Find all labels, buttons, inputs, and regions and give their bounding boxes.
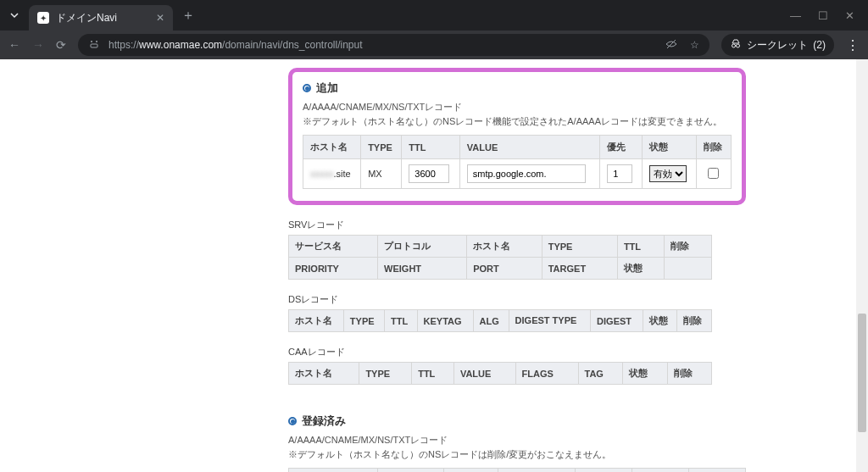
reg-h-status: 状態 [632,469,689,473]
cell-type: MX [361,159,402,189]
radio-selected-icon[interactable] [288,417,297,425]
svg-point-5 [737,44,740,47]
header-host: ホスト名 [303,136,361,159]
window-maximize-button[interactable]: ☐ [818,9,828,22]
browser-toolbar: ← → ⟳ https://www.onamae.com/domain/navi… [0,31,868,59]
srv-h-weight: WEIGHT [378,258,467,280]
srv-h-ttl: TTL [617,236,665,258]
header-ttl: TTL [402,136,459,159]
cell-priority [600,159,643,189]
address-bar[interactable]: https://www.onamae.com/domain/navi/dns_c… [78,34,709,56]
header-priority: 優先 [600,136,643,159]
srv-table: サービス名 プロトコル ホスト名 TYPE TTL 削除 PRIORITY WE… [288,235,712,280]
header-status: 状態 [642,136,696,159]
priority-input[interactable] [607,164,632,183]
ttl-input[interactable] [409,164,449,183]
srv-h-port: PORT [467,258,542,280]
reg-h-priority: 優先 [576,469,632,473]
cell-delete [696,159,731,189]
svg-point-4 [732,44,736,47]
table-row: xxxxx.site MX 有効 [303,159,732,189]
nav-back-button[interactable]: ← [8,38,20,52]
srv-h-empty [665,258,712,280]
ds-h-digesttype: DIGEST TYPE [509,310,590,332]
incognito-label: シークレット [747,38,808,53]
srv-label: SRVレコード [288,219,746,231]
cell-host: xxxxx.site [303,159,361,189]
main-content: 追加 A/AAAA/CNAME/MX/NS/TXTレコード ※デフォルト（ホスト… [288,68,746,472]
ds-h-keytag: KEYTAG [417,310,473,332]
value-input[interactable] [467,164,586,183]
ds-h-alg: ALG [473,310,509,332]
incognito-icon [730,38,742,53]
table-header-row: ホスト名 TYPE TTL VALUE 優先 状態 削除 [289,469,746,473]
page-viewport: 追加 A/AAAA/CNAME/MX/NS/TXTレコード ※デフォルト（ホスト… [0,59,868,472]
window-close-button[interactable]: ✕ [845,9,854,22]
ds-label: DSレコード [288,293,746,306]
caa-h-type: TYPE [359,363,412,385]
svg-point-0 [91,41,92,42]
incognito-count: (2) [813,39,826,51]
incognito-badge[interactable]: シークレット (2) [721,34,834,56]
caa-h-ttl: TTL [412,363,454,385]
url-text: https://www.onamae.com/domain/navi/dns_c… [108,39,363,51]
delete-checkbox[interactable] [708,168,719,179]
tab-close-button[interactable]: ✕ [156,12,164,24]
new-tab-button[interactable]: ＋ [181,7,195,25]
browser-tab[interactable]: ✦ ドメインNavi ✕ [29,5,173,31]
caa-label: CAAレコード [288,346,746,358]
reg-h-delete: 削除 [689,469,746,473]
ds-h-type: TYPE [343,310,384,332]
add-section-title: 追加 [316,81,338,96]
srv-h-type: TYPE [542,236,617,258]
add-record-table: ホスト名 TYPE TTL VALUE 優先 状態 削除 xxxxx.site … [303,135,732,189]
window-minimize-button[interactable]: ― [790,9,801,22]
scrollbar-thumb[interactable] [858,314,866,432]
reg-h-host: ホスト名 [289,469,378,473]
caa-h-delete: 削除 [667,363,711,385]
reg-h-value: VALUE [498,469,576,473]
ds-h-host: ホスト名 [289,310,344,332]
tab-search-button[interactable] [5,6,24,25]
ds-h-delete: 削除 [677,310,712,332]
srv-h-priority: PRIORITY [289,258,378,280]
cell-status: 有効 [642,159,696,189]
srv-h-host: ホスト名 [467,236,542,258]
eye-off-icon[interactable] [665,37,678,53]
srv-h-delete: 削除 [665,236,712,258]
svg-rect-2 [91,44,97,47]
registered-note: ※デフォルト（ホスト名なし）のNSレコードは削除/変更がおこなえません。 [288,448,746,461]
srv-h-target: TARGET [542,258,617,280]
window-titlebar: ✦ ドメインNavi ✕ ＋ ― ☐ ✕ [0,0,868,31]
tab-title: ドメインNavi [56,11,149,25]
nav-reload-button[interactable]: ⟳ [56,38,66,52]
ds-table: ホスト名 TYPE TTL KEYTAG ALG DIGEST TYPE DIG… [288,309,712,332]
ds-h-status: 状態 [643,310,677,332]
registered-section: 登録済み A/AAAA/CNAME/MX/NS/TXTレコード ※デフォルト（ホ… [288,414,746,472]
scrollbar-track[interactable] [856,59,868,472]
reg-h-ttl: TTL [443,469,498,473]
radio-selected-icon[interactable] [303,84,311,92]
favicon-icon: ✦ [37,12,49,24]
svg-point-1 [96,41,97,42]
srv-h-protocol: プロトコル [378,236,467,258]
window-controls: ― ☐ ✕ [790,9,863,22]
caa-h-tag: TAG [578,363,623,385]
srv-h-status: 状態 [617,258,665,280]
nav-forward-button[interactable]: → [32,38,44,52]
reg-h-type: TYPE [377,469,443,473]
ds-h-ttl: TTL [384,310,417,332]
add-section-subtitle: A/AAAA/CNAME/MX/NS/TXTレコード [303,101,732,114]
header-value: VALUE [459,136,599,159]
bookmark-star-icon[interactable]: ☆ [690,39,699,51]
caa-table: ホスト名 TYPE TTL VALUE FLAGS TAG 状態 削除 [288,362,712,385]
table-header-row: ホスト名 TYPE TTL VALUE 優先 状態 削除 [303,136,732,159]
site-info-icon[interactable] [88,38,100,53]
registered-title: 登録済み [302,414,346,429]
ds-h-digest: DIGEST [591,310,643,332]
browser-menu-button[interactable]: ⋮ [846,37,860,53]
header-delete: 削除 [696,136,731,159]
cell-ttl [402,159,459,189]
status-select[interactable]: 有効 [649,165,687,182]
caa-h-value: VALUE [453,363,515,385]
